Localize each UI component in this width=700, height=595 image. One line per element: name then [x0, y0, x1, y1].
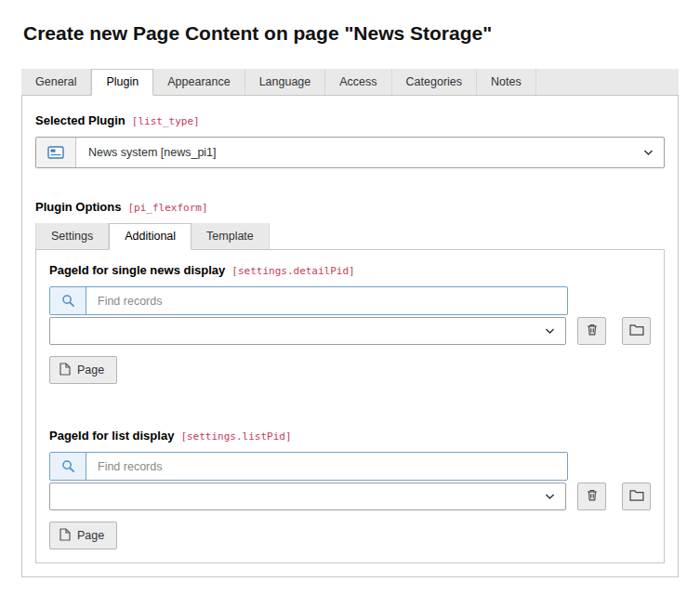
search-icon	[50, 287, 86, 314]
selected-plugin-value: News system [news_pi1]	[76, 138, 664, 167]
record-search-input[interactable]	[86, 453, 567, 480]
field-detailpid: PageId for single news display[settings.…	[49, 263, 651, 384]
tab-content: Selected Plugin[list_type] News system […	[21, 96, 679, 577]
tabbar-spacer	[536, 69, 679, 95]
listpid-fieldcode: [settings.listPid]	[180, 430, 291, 443]
selected-plugin-fieldcode: [list_type]	[132, 115, 200, 127]
tab-plugin[interactable]: Plugin	[91, 69, 153, 96]
plugin-options-label-text: Plugin Options	[35, 200, 121, 214]
tab-appearance[interactable]: Appearance	[153, 69, 244, 95]
search-icon	[50, 453, 86, 480]
tab-language[interactable]: Language	[245, 69, 326, 95]
tab-access[interactable]: Access	[325, 69, 391, 95]
page-button-label: Page	[77, 529, 104, 542]
plugin-options-label: Plugin Options[pi_flexform]	[35, 200, 665, 215]
page-button-label: Page	[77, 364, 104, 377]
detailpid-record-row	[49, 317, 651, 345]
chevron-down-icon	[544, 325, 556, 337]
field-listpid: PageId for list display[settings.listPid…	[49, 429, 651, 549]
trash-icon	[586, 323, 599, 339]
plugin-icon	[36, 138, 76, 167]
tab-settings[interactable]: Settings	[35, 223, 109, 249]
page-picker-button[interactable]: Page	[49, 356, 117, 384]
detailpid-record-search	[49, 286, 568, 315]
selected-records-select[interactable]	[49, 317, 566, 345]
listpid-label-text: PageId for list display	[49, 429, 174, 443]
listpid-label: PageId for list display[settings.listPid…	[49, 429, 651, 443]
selected-plugin-label: Selected Plugin[list_type]	[35, 113, 665, 128]
tab-categories[interactable]: Categories	[392, 69, 477, 95]
page-title: Create new Page Content on page "News St…	[23, 22, 679, 45]
detailpid-fieldcode: [settings.detailPid]	[231, 265, 354, 277]
listpid-record-search	[49, 452, 568, 481]
detailpid-label: PageId for single news display[settings.…	[49, 263, 651, 278]
selected-records-select[interactable]	[49, 483, 566, 510]
module-body: Create new Page Content on page "News St…	[0, 0, 700, 577]
flexform-tabbar: Settings Additional Template	[35, 223, 665, 250]
selected-plugin-label-text: Selected Plugin	[35, 113, 125, 127]
page-picker-button[interactable]: Page	[49, 522, 117, 549]
listpid-record-row	[49, 483, 651, 510]
delete-record-button[interactable]	[577, 483, 606, 510]
main-tabbar: General Plugin Appearance Language Acces…	[21, 69, 679, 96]
folder-icon	[629, 324, 644, 338]
delete-record-button[interactable]	[577, 317, 606, 345]
record-search-input[interactable]	[86, 287, 567, 314]
page-icon	[59, 363, 71, 378]
trash-icon	[586, 488, 599, 505]
chevron-down-icon	[544, 491, 556, 503]
tab-notes[interactable]: Notes	[477, 69, 536, 95]
flexform-panel: PageId for single news display[settings.…	[35, 250, 665, 563]
plugin-options-fieldcode: [pi_flexform]	[127, 202, 207, 214]
tab-additional[interactable]: Additional	[109, 223, 192, 250]
tab-template[interactable]: Template	[192, 223, 270, 249]
folder-icon	[629, 489, 644, 504]
browse-records-button[interactable]	[622, 317, 651, 345]
tab-general[interactable]: General	[21, 69, 91, 95]
page-icon	[59, 528, 71, 544]
selected-plugin-select[interactable]: News system [news_pi1]	[35, 137, 665, 168]
detailpid-label-text: PageId for single news display	[49, 263, 225, 277]
browse-records-button[interactable]	[622, 483, 651, 510]
